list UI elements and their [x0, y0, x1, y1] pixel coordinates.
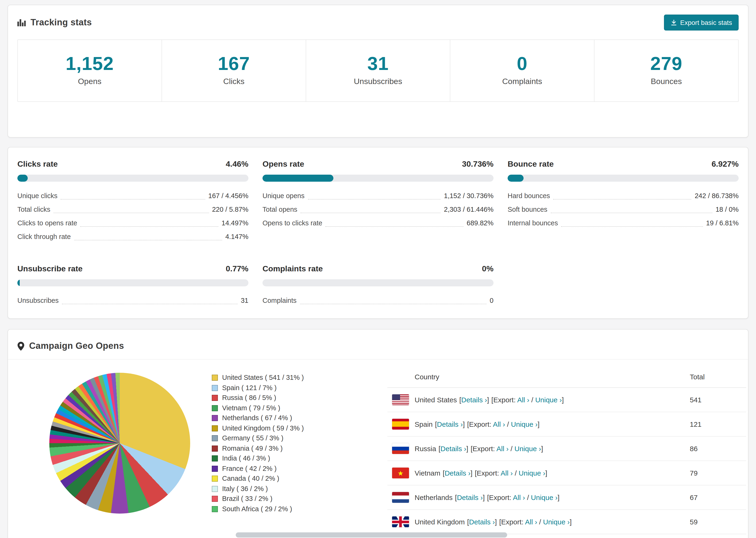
rate-row: Unique opens 1,152 / 30.736% [262, 189, 494, 203]
rate-title: Clicks rate [17, 160, 58, 169]
rate-progress-bar [17, 175, 248, 182]
legend-swatch [212, 395, 218, 401]
download-icon [670, 19, 677, 26]
legend-swatch [212, 425, 218, 431]
details-link[interactable]: Details › [437, 420, 463, 428]
tracking-stats-title-text: Tracking stats [30, 17, 92, 28]
export-all-link[interactable]: All › [525, 518, 537, 526]
legend-swatch [212, 415, 218, 421]
rate-title-row: Bounce rate 6.927% [508, 160, 739, 169]
rate-title-row: Opens rate 30.736% [262, 160, 494, 169]
export-all-link[interactable]: All › [517, 396, 529, 404]
legend-label: Germany ( 55 / 3% ) [222, 433, 283, 443]
tracking-stats-title: Tracking stats [17, 17, 92, 28]
legend-label: Brazil ( 33 / 2% ) [222, 494, 272, 504]
legend-swatch [212, 486, 218, 492]
export-basic-stats-button[interactable]: Export basic stats [664, 15, 739, 30]
rate-percent: 0% [482, 264, 494, 274]
rate-panel: Opens rate 30.736% Unique opens 1,152 / … [262, 160, 494, 243]
geo-body: United States ( 541 / 31% ) Spain ( 121 … [8, 360, 748, 538]
rate-progress-fill [508, 175, 523, 182]
export-prefix: Export: [473, 445, 495, 453]
country-flag-icon [392, 443, 409, 454]
export-all-link[interactable]: All › [501, 469, 513, 477]
rate-row-label: Unique opens [262, 189, 304, 203]
stats-row: 1,152 Opens 167 Clicks 31 Unsubscribes 0… [17, 39, 739, 102]
export-unique-link[interactable]: Unique › [514, 445, 541, 453]
export-unique-link[interactable]: Unique › [535, 396, 562, 404]
bar-chart-icon [17, 19, 26, 26]
rate-row-value: 2,303 / 61.446% [444, 203, 494, 216]
dotted-leader [61, 199, 205, 199]
stat-value: 31 [306, 53, 450, 74]
rate-row-value: 167 / 4.456% [208, 189, 248, 203]
rate-row: Soft bounces 18 / 0% [508, 203, 739, 216]
rate-row-value: 689.82% [467, 216, 494, 230]
rates-grid: Clicks rate 4.46% Unique clicks 167 / 4.… [17, 160, 739, 307]
export-unique-link[interactable]: Unique › [519, 469, 545, 477]
geo-table-row: Russia[Details ›][Export: All › / Unique… [387, 437, 746, 461]
rate-percent: 0.77% [226, 264, 248, 274]
rate-rows: Hard bounces 242 / 86.738% Soft bounces … [508, 189, 739, 230]
rate-rows: Complaints 0 [262, 294, 494, 307]
details-link[interactable]: Details › [441, 445, 466, 453]
rate-progress-fill [17, 175, 28, 182]
geo-table: Country Total United States[Details ›][E… [387, 366, 746, 538]
legend-swatch [212, 446, 218, 452]
country-flag-icon [392, 492, 409, 503]
rate-row-value: 31 [241, 294, 248, 307]
export-all-link[interactable]: All › [493, 420, 505, 428]
rate-panel: Bounce rate 6.927% Hard bounces 242 / 86… [508, 160, 739, 243]
rate-row: Internal bounces 19 / 6.81% [508, 216, 739, 230]
rate-rows: Unique opens 1,152 / 30.736% Total opens… [262, 189, 494, 230]
stat-box: 31 Unsubscribes [306, 40, 450, 101]
export-all-link[interactable]: All › [513, 493, 525, 501]
horizontal-scrollbar[interactable] [236, 532, 507, 538]
dotted-leader [561, 226, 703, 227]
dotted-leader [326, 226, 463, 227]
geo-row-total: 121 [690, 420, 741, 428]
geo-table-row: Spain[Details ›][Export: All › / Unique … [387, 412, 746, 437]
rates-card: Clicks rate 4.46% Unique clicks 167 / 4.… [8, 147, 748, 319]
export-all-link[interactable]: All › [497, 445, 509, 453]
details-link[interactable]: Details › [445, 469, 470, 477]
geo-row-total: 86 [690, 445, 741, 453]
legend-label: United Kingdom ( 59 / 3% ) [222, 423, 304, 433]
map-pin-icon [17, 342, 25, 350]
export-unique-link[interactable]: Unique › [543, 518, 569, 526]
geo-country-name: United Kingdom [415, 518, 465, 526]
rate-panel: Clicks rate 4.46% Unique clicks 167 / 4.… [17, 160, 248, 243]
rate-title: Complaints rate [262, 264, 323, 274]
rate-row-value: 0 [490, 294, 494, 307]
rate-title-row: Clicks rate 4.46% [17, 160, 248, 169]
legend-item: Brazil ( 33 / 2% ) [212, 494, 377, 504]
legend-swatch [212, 496, 218, 502]
dotted-leader [74, 240, 222, 241]
legend-swatch [212, 466, 218, 472]
rate-row-label: Total opens [262, 203, 297, 216]
details-link[interactable]: Details › [469, 518, 495, 526]
geo-row-total: 541 [690, 396, 741, 404]
dotted-leader [300, 304, 486, 304]
details-link[interactable]: Details › [461, 396, 487, 404]
details-link[interactable]: Details › [457, 493, 483, 501]
geo-title-text: Campaign Geo Opens [29, 341, 124, 351]
rate-percent: 30.736% [462, 160, 494, 169]
export-prefix: Export: [469, 420, 491, 428]
export-unique-link[interactable]: Unique › [531, 493, 557, 501]
geo-country-cell: Netherlands[Details ›][Export: All › / U… [415, 493, 690, 501]
legend-label: India ( 46 / 3% ) [222, 454, 270, 463]
rate-row-label: Total clicks [17, 203, 50, 216]
rate-title: Unsubscribe rate [17, 264, 82, 274]
dotted-leader [308, 199, 441, 199]
country-flag-icon [392, 394, 409, 405]
rate-title-row: Complaints rate 0% [262, 264, 494, 274]
export-prefix: Export: [493, 396, 515, 404]
geo-country-name: Spain [415, 420, 433, 428]
legend-label: Italy ( 36 / 2% ) [222, 484, 268, 494]
rate-percent: 6.927% [712, 160, 739, 169]
legend-item: Netherlands ( 67 / 4% ) [212, 413, 377, 423]
legend-item: India ( 46 / 3% ) [212, 454, 377, 463]
stat-box: 279 Bounces [594, 40, 738, 101]
export-unique-link[interactable]: Unique › [511, 420, 537, 428]
